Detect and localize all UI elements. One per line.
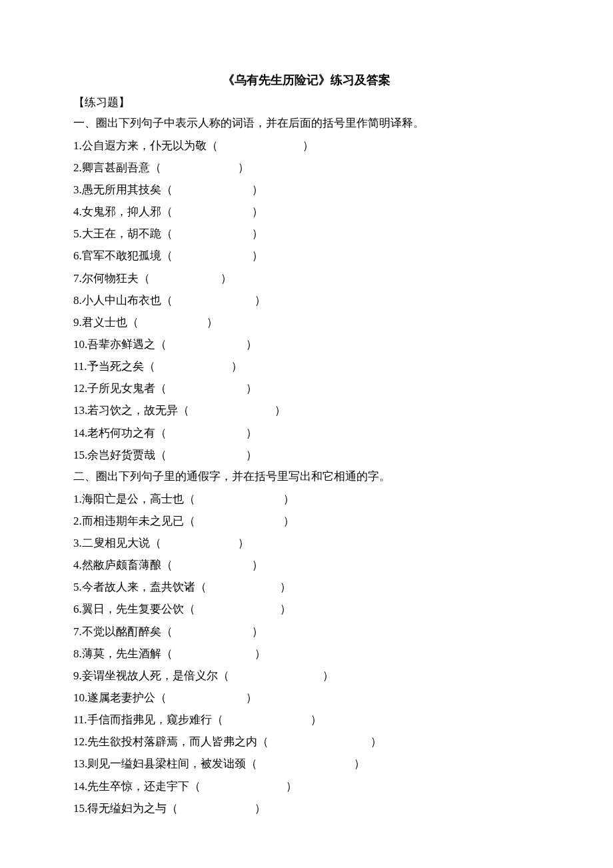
- section1-heading: 一、圈出下列句子中表示人称的词语，并在后面的括号里作简明译释。: [73, 114, 540, 133]
- section2-item: 2.而相违期年未之见已（ ）: [73, 510, 540, 532]
- section2-item: 9.妾谓坐视故人死，是倍义尔（ ）: [73, 665, 540, 687]
- section2-item: 12.先生欲投村落辟焉，而人皆弗之内（ ）: [73, 731, 540, 753]
- section2-item: 7.不觉以酩酊醉矣（ ）: [73, 621, 540, 643]
- section2-item: 6.翼日，先生复要公饮（ ）: [73, 598, 540, 620]
- section1-item: 3.愚无所用其技矣（ ）: [73, 179, 540, 201]
- section1-item: 10.吾辈亦鲜遇之（ ）: [73, 333, 540, 355]
- section1-item: 6.官军不敢犯孤境（ ）: [73, 245, 540, 267]
- section1-item: 15.余岂好货贾哉（ ）: [73, 444, 540, 466]
- section1-item: 4.女鬼邪，抑人邪（ ）: [73, 201, 540, 223]
- section2-item: 4.然敝庐颇畜薄酿（ ）: [73, 554, 540, 576]
- section1-item: 14.老朽何功之有（ ）: [73, 422, 540, 444]
- section2-item: 5.今者故人来，盍共饮诸（ ）: [73, 576, 540, 598]
- section1-item: 7.尔何物狂夫（ ）: [73, 267, 540, 289]
- section1-item: 11.予当死之矣（ ）: [73, 355, 540, 377]
- practice-label: 【练习题】: [73, 93, 540, 113]
- document-title: 《乌有先生历险记》练习及答案: [73, 72, 540, 88]
- section2-heading: 二、圈出下列句子里的通假字，并在括号里写出和它相通的字。: [73, 467, 540, 487]
- section2-item: 8.薄莫，先生酒解（ ）: [73, 643, 540, 665]
- section2-item: 1.海阳亡是公，高士也（ ）: [73, 488, 540, 510]
- section2-item: 11.手信而指弗见，窥步难行（ ）: [73, 709, 540, 731]
- section2-item: 13.则见一缢妇县梁柱间，被发诎颈（ ）: [73, 753, 540, 775]
- section1-item: 8.小人中山布衣也（ ）: [73, 289, 540, 311]
- section1-item: 9.君义士也（ ）: [73, 311, 540, 333]
- section1-item: 5.大王在，胡不跪（ ）: [73, 223, 540, 245]
- section2-item: 3.二叟相见大说（ ）: [73, 532, 540, 554]
- document-page: 《乌有先生历险记》练习及答案 【练习题】 一、圈出下列句子中表示人称的词语，并在…: [0, 0, 613, 859]
- section1-item: 1.公自遐方来，仆无以为敬（ ）: [73, 135, 540, 157]
- section1-item: 13.若习饮之，故无异（ ）: [73, 399, 540, 421]
- section2-item: 14.先生卒惊，还走宇下（ ）: [73, 775, 540, 797]
- section1-item: 2.卿言甚副吾意（ ）: [73, 157, 540, 179]
- section1-item: 12.子所见女鬼者（ ）: [73, 377, 540, 399]
- section2-item: 15.得无缢妇为之与（ ）: [73, 797, 540, 819]
- section2-item: 10.遂属老妻护公（ ）: [73, 687, 540, 709]
